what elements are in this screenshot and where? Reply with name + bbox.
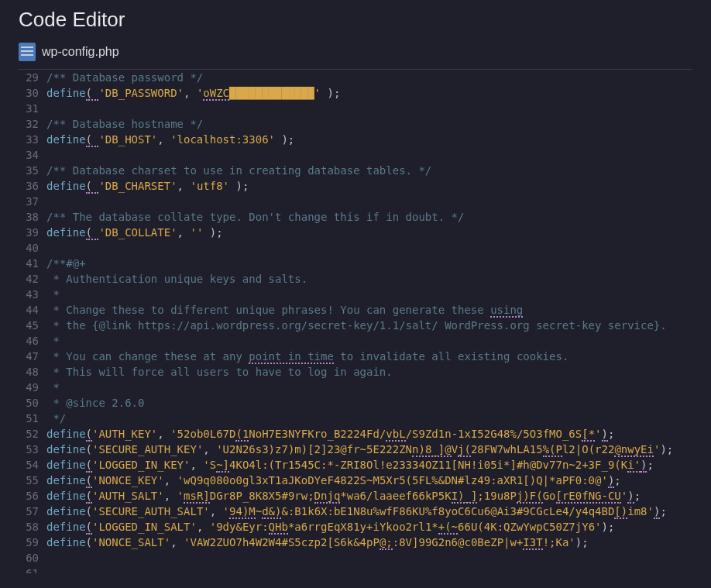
line-number: 30 [0, 85, 46, 101]
code-line[interactable]: 42 * Authentication unique keys and salt… [0, 271, 711, 287]
code-content[interactable]: define('LOGGED_IN_KEY', 'S~]4KO4l:(Tr154… [46, 457, 654, 473]
code-line[interactable]: 44 * Change these to different unique ph… [0, 302, 711, 318]
code-line[interactable]: 53define('SECURE_AUTH_KEY', 'U2N26s3)z7)… [0, 442, 711, 457]
code-content[interactable]: define( 'DB_HOST', 'localhost:3306' ); [46, 132, 294, 147]
code-line[interactable]: 33define( 'DB_HOST', 'localhost:3306' ); [0, 132, 711, 147]
file-tab[interactable]: wp-config.php [19, 43, 692, 70]
line-number: 31 [0, 101, 46, 116]
line-number: 34 [0, 147, 46, 163]
file-name: wp-config.php [42, 45, 119, 59]
line-number: 49 [0, 380, 46, 395]
code-content[interactable]: define('LOGGED_IN_SALT', '9dy&Eyr:QHb*a6… [46, 519, 614, 535]
line-number: 38 [0, 209, 46, 225]
code-content[interactable]: * [46, 380, 60, 395]
code-content[interactable]: /** The database collate type. Don't cha… [46, 209, 464, 225]
code-line[interactable]: 43 * [0, 287, 711, 302]
line-number: 44 [0, 302, 46, 318]
code-line[interactable]: 54define('LOGGED_IN_KEY', 'S~]4KO4l:(Tr1… [0, 457, 711, 473]
code-line[interactable]: 40 [0, 240, 711, 256]
code-line[interactable]: 30define( 'DB_PASSWORD', 'oWZC██████████… [0, 85, 711, 101]
code-content[interactable]: define( 'DB_PASSWORD', 'oWZC████████████… [46, 85, 340, 101]
code-line[interactable]: 58define('LOGGED_IN_SALT', '9dy&Eyr:QHb*… [0, 519, 711, 535]
code-content[interactable]: * This will force all users to have to l… [46, 364, 393, 380]
code-content[interactable]: * You can change these at any point in t… [46, 349, 568, 364]
line-number: 40 [0, 240, 46, 256]
line-number: 37 [0, 194, 46, 209]
code-content[interactable]: * the {@link https://api.wordpress.org/s… [46, 318, 667, 333]
code-line[interactable]: 48 * This will force all users to have t… [0, 364, 711, 380]
line-number: 54 [0, 457, 46, 473]
line-number: 48 [0, 364, 46, 380]
code-line[interactable]: 46 * [0, 333, 711, 349]
code-content[interactable]: define('NONCE_SALT', 'VAW2ZUO7h4W2W4#S5c… [46, 535, 589, 550]
line-number: 58 [0, 519, 46, 535]
file-icon [19, 43, 36, 61]
code-line[interactable]: 49 * [0, 380, 711, 395]
code-line[interactable]: 39define( 'DB_COLLATE', '' ); [0, 225, 711, 240]
code-line[interactable]: 56define('AUTH_SALT', 'msR]DGr8P_8K8X5#9… [0, 488, 711, 504]
line-number: 41 [0, 256, 46, 271]
line-number: 43 [0, 287, 46, 302]
code-content[interactable]: /**#@+ [46, 256, 86, 271]
line-number: 52 [0, 426, 46, 442]
line-number: 53 [0, 442, 46, 457]
line-number: 33 [0, 132, 46, 147]
line-number: 36 [0, 178, 46, 194]
line-number: 59 [0, 535, 46, 550]
code-line[interactable]: 45 * the {@link https://api.wordpress.or… [0, 318, 711, 333]
code-line[interactable]: 59define('NONCE_SALT', 'VAW2ZUO7h4W2W4#S… [0, 535, 711, 550]
code-content[interactable]: * [46, 287, 60, 302]
code-content[interactable]: * @since 2.6.0 [46, 395, 144, 411]
code-line[interactable]: 61 [0, 566, 711, 573]
code-content[interactable]: /** Database password */ [46, 70, 203, 85]
line-number: 32 [0, 116, 46, 132]
code-line[interactable]: 57define('SECURE_AUTH_SALT', '94)M~d&)&:… [0, 504, 711, 519]
code-content[interactable]: define( 'DB_CHARSET', 'utf8' ); [46, 178, 249, 194]
code-content[interactable]: * Change these to different unique phras… [46, 302, 523, 318]
line-number: 57 [0, 504, 46, 519]
line-number: 61 [0, 566, 46, 573]
code-line[interactable]: 35/** Database charset to use in creatin… [0, 163, 711, 178]
code-line[interactable]: 32/** Database hostname */ [0, 116, 711, 132]
editor-header: Code Editor wp-config.php [0, 0, 711, 70]
line-number: 47 [0, 349, 46, 364]
code-content[interactable]: define('NONCE_KEY', 'wQ9q080o0gl3xT1aJKo… [46, 473, 621, 488]
code-line[interactable]: 34 [0, 147, 711, 163]
code-line[interactable]: 60 [0, 550, 711, 566]
line-number: 55 [0, 473, 46, 488]
code-content[interactable]: define('SECURE_AUTH_SALT', '94)M~d&)&:B1… [46, 504, 667, 519]
code-content[interactable]: /** Database hostname */ [46, 116, 203, 132]
code-line[interactable]: 55define('NONCE_KEY', 'wQ9q080o0gl3xT1aJ… [0, 473, 711, 488]
line-number: 35 [0, 163, 46, 178]
line-number: 60 [0, 550, 46, 566]
code-content[interactable]: define('AUTH_SALT', 'msR]DGr8P_8K8X5#9rw… [46, 488, 641, 504]
code-content[interactable]: define( 'DB_COLLATE', '' ); [46, 225, 223, 240]
code-content[interactable]: /** Database charset to use in creating … [46, 163, 431, 178]
code-line[interactable]: 47 * You can change these at any point i… [0, 349, 711, 364]
line-number: 56 [0, 488, 46, 504]
code-content[interactable]: * [46, 333, 60, 349]
code-line[interactable]: 50 * @since 2.6.0 [0, 395, 711, 411]
line-number: 46 [0, 333, 46, 349]
code-line[interactable]: 37 [0, 194, 711, 209]
code-editor[interactable]: 29/** Database password */30define( 'DB_… [0, 70, 711, 573]
code-line[interactable]: 29/** Database password */ [0, 70, 711, 85]
code-line[interactable]: 41/**#@+ [0, 256, 711, 271]
code-content[interactable]: * Authentication unique keys and salts. [46, 271, 307, 287]
line-number: 51 [0, 411, 46, 426]
code-line[interactable]: 51 */ [0, 411, 711, 426]
page-title: Code Editor [19, 8, 692, 32]
code-content[interactable]: define('SECURE_AUTH_KEY', 'U2N26s3)z7)m)… [46, 442, 673, 457]
line-number: 42 [0, 271, 46, 287]
code-content[interactable]: define('AUTH_KEY', '52ob0L67D(1NoH7E3NYF… [46, 426, 614, 442]
line-number: 50 [0, 395, 46, 411]
code-line[interactable]: 31 [0, 101, 711, 116]
code-line[interactable]: 52define('AUTH_KEY', '52ob0L67D(1NoH7E3N… [0, 426, 711, 442]
line-number: 45 [0, 318, 46, 333]
code-line[interactable]: 36define( 'DB_CHARSET', 'utf8' ); [0, 178, 711, 194]
line-number: 39 [0, 225, 46, 240]
code-content[interactable]: */ [46, 411, 66, 426]
code-line[interactable]: 38/** The database collate type. Don't c… [0, 209, 711, 225]
line-number: 29 [0, 70, 46, 85]
